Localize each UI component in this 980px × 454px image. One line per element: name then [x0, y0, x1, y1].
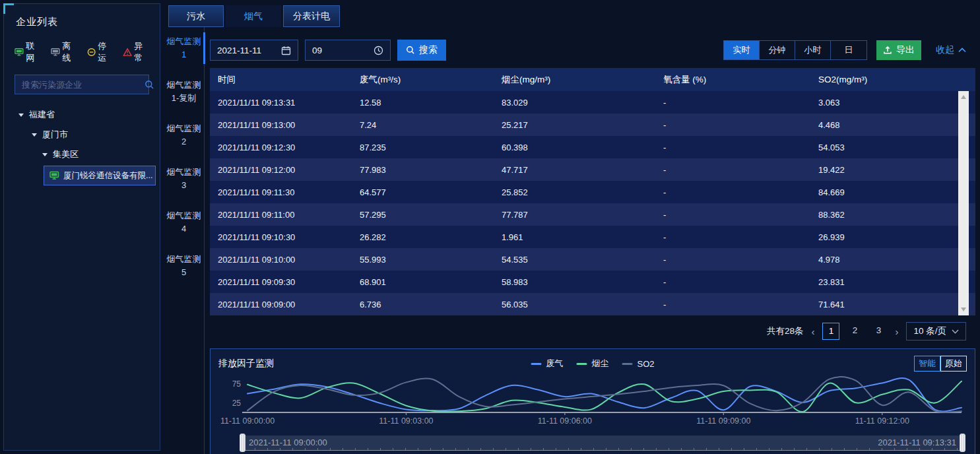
caret-down-icon[interactable] — [32, 133, 37, 137]
table-row[interactable]: 2021/11/11 09:11:0057.29577.787-88.362 — [210, 203, 975, 226]
slider-axis — [242, 450, 963, 451]
search-input[interactable] — [15, 75, 145, 94]
table-cell: 2021/11/11 09:11:30 — [210, 187, 352, 197]
table-cell: 54.535 — [494, 255, 655, 265]
table-row[interactable]: 2021/11/11 09:11:3064.57725.852-84.669 — [210, 181, 975, 203]
search-button-label: 搜索 — [419, 44, 438, 56]
emission-line-chart: 257511-11 09:00:0011-11 09:03:0011-11 09… — [218, 372, 965, 430]
vtab-fluegas-monitor-5[interactable]: 烟气监测5 — [164, 253, 204, 279]
tree-node-label: 集美区 — [53, 148, 79, 160]
table-scrollbar[interactable] — [958, 91, 969, 315]
pagination-total: 共有28条 — [767, 325, 804, 337]
alert-triangle-icon — [123, 48, 132, 57]
table-row[interactable]: 2021/11/11 09:12:0077.98347.717-19.422 — [210, 158, 975, 181]
table-row[interactable]: 2021/11/11 09:10:0055.99354.535-4.978 — [210, 248, 975, 271]
tab-fluegas[interactable]: 烟气 — [226, 5, 281, 27]
enterprise-name: 厦门锐谷通信设备有限... — [63, 170, 152, 181]
vtab-fluegas-monitor-2[interactable]: 烟气监测2 — [164, 122, 204, 148]
table-cell: 23.831 — [810, 277, 975, 287]
table-cell: 2021/11/11 09:09:00 — [210, 300, 352, 309]
page-size-select[interactable]: 10 条/页 — [906, 322, 966, 340]
table-row[interactable]: 2021/11/11 09:10:3026.2821.961-26.939 — [210, 226, 975, 248]
tab-wastewater[interactable]: 污水 — [168, 5, 224, 27]
prev-page-icon[interactable]: ‹ — [810, 326, 816, 337]
table-row[interactable]: 2021/11/11 09:12:3087.23560.398-54.053 — [210, 136, 975, 158]
tree-node-enterprise-selected[interactable]: 厦门锐谷通信设备有限... — [44, 166, 156, 185]
table-cell: 87.235 — [352, 143, 494, 152]
table-cell: - — [655, 277, 810, 287]
tree-node-province[interactable]: 福建省 — [4, 105, 160, 125]
table-cell: 6.736 — [352, 300, 494, 309]
table-row[interactable]: 2021/11/11 09:13:007.2425.217-4.468 — [210, 113, 975, 136]
slider-start-label: 2021-11-11 09:00:00 — [249, 436, 327, 450]
table-cell: 88.362 — [810, 210, 975, 220]
pagination: 共有28条 ‹ 1 2 3 › 10 条/页 — [210, 322, 975, 340]
slider-right-handle[interactable] — [960, 434, 965, 452]
scroll-up-icon[interactable] — [961, 95, 966, 99]
legend-label: 烟尘 — [591, 358, 608, 370]
category-tabs: 污水 烟气 分表计电 — [168, 5, 340, 27]
legend-item[interactable]: SO2 — [622, 359, 654, 369]
tree-node-district[interactable]: 集美区 — [4, 145, 160, 164]
page-2[interactable]: 2 — [846, 323, 863, 340]
caret-down-icon[interactable] — [18, 113, 24, 117]
search-button[interactable]: 搜索 — [397, 40, 446, 61]
page-size-label: 10 条/页 — [913, 325, 946, 337]
chevron-up-icon — [958, 48, 966, 53]
status-online-label: 联网 — [26, 40, 42, 64]
interval-minute[interactable]: 分钟 — [760, 41, 795, 59]
mode-raw-button[interactable]: 原始 — [940, 356, 967, 372]
tree-node-city[interactable]: 厦门市 — [4, 125, 160, 145]
status-legend: 联网 离线 停运 异常 — [15, 40, 150, 64]
page-3[interactable]: 3 — [870, 323, 887, 340]
vtab-fluegas-monitor-4[interactable]: 烟气监测4 — [164, 209, 204, 236]
hour-value: 09 — [312, 46, 322, 55]
table-cell: 56.035 — [494, 300, 655, 309]
legend-label: 废气 — [546, 358, 563, 370]
tab-submeter-power[interactable]: 分表计电 — [283, 5, 340, 27]
panel-title: 企业列表 — [4, 4, 160, 28]
next-page-icon[interactable]: › — [894, 326, 899, 337]
table-row[interactable]: 2021/11/11 09:13:3112.5883.029-3.063 — [210, 91, 975, 113]
search-icon[interactable] — [145, 80, 154, 90]
caret-down-icon[interactable] — [42, 153, 48, 156]
vtab-fluegas-monitor-3[interactable]: 烟气监测3 — [164, 166, 204, 192]
status-stopped: 停运 — [87, 40, 114, 64]
table-row[interactable]: 2021/11/11 09:09:3068.90158.983-23.831 — [210, 271, 975, 293]
export-button-label: 导出 — [896, 44, 915, 56]
legend-item[interactable]: 烟尘 — [576, 358, 608, 370]
table-row[interactable]: 2021/11/11 09:09:006.73656.035-71.641 — [210, 293, 975, 315]
table-cell: 77.787 — [494, 210, 655, 220]
series-line-SO2 — [247, 377, 962, 412]
legend-item[interactable]: 废气 — [531, 358, 563, 370]
monitor-point-tabs: 烟气监测1 烟气监测1-复制 烟气监测2 烟气监测3 烟气监测4 烟气监测5 — [164, 27, 205, 454]
vtab-fluegas-monitor-1[interactable]: 烟气监测1 — [164, 35, 204, 61]
pause-circle-icon — [87, 48, 96, 57]
interval-day[interactable]: 日 — [831, 41, 866, 59]
corner-accent — [3, 3, 14, 14]
scroll-down-icon[interactable] — [961, 308, 966, 311]
table-cell: 2021/11/11 09:12:30 — [210, 143, 352, 152]
vtab-fluegas-monitor-1-copy[interactable]: 烟气监测1-复制 — [164, 79, 204, 105]
slider-left-handle[interactable] — [240, 434, 245, 452]
svg-text:75: 75 — [232, 379, 242, 389]
date-picker[interactable]: 2021-11-11 — [210, 40, 298, 61]
table-header: 时间 废气(m³/s) 烟尘(mg/m³) 氧含量 (%) SO2(mg/m³) — [210, 68, 975, 91]
mode-smart-button[interactable]: 智能 — [914, 356, 940, 372]
table-cell: 47.717 — [494, 165, 655, 175]
clock-icon — [374, 46, 383, 55]
table-cell: 57.295 — [352, 210, 494, 220]
page-1[interactable]: 1 — [822, 323, 839, 340]
status-stopped-label: 停运 — [98, 40, 114, 64]
time-range-slider[interactable]: 2021-11-11 09:00:00 2021-11-11 09:13:31 — [242, 436, 963, 450]
interval-hour[interactable]: 小时 — [795, 41, 831, 59]
interval-realtime[interactable]: 实时 — [724, 41, 760, 59]
table-cell: 77.983 — [352, 165, 494, 175]
enterprise-search — [15, 75, 149, 94]
collapse-link[interactable]: 收起 — [936, 44, 966, 56]
table-cell: 19.422 — [810, 165, 975, 175]
export-button[interactable]: 导出 — [876, 40, 921, 60]
query-toolbar: 2021-11-11 09 搜索 实时 分钟 小时 日 导出 收起 — [210, 40, 975, 61]
hour-picker[interactable]: 09 — [305, 40, 391, 61]
monitor-offline-icon — [51, 48, 60, 57]
